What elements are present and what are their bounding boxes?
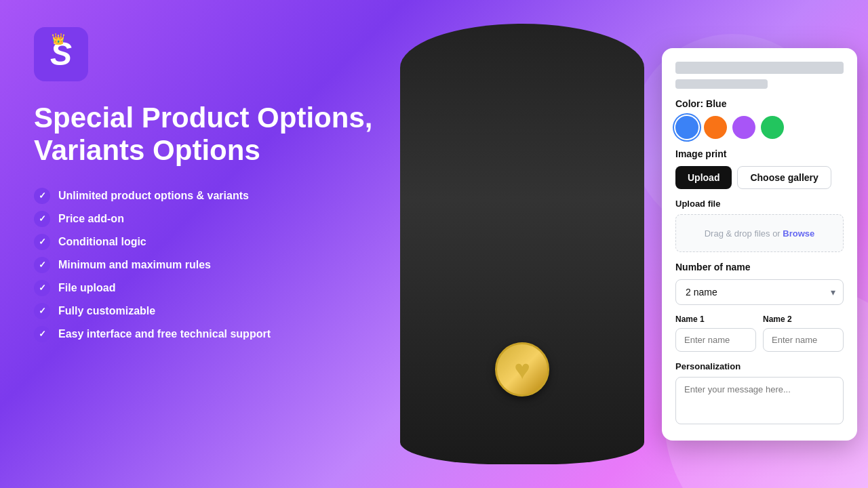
- skeleton-bar-title: [675, 62, 844, 74]
- name2-group: Name 2: [763, 314, 844, 352]
- main-title: Special Product Options, Variants Option…: [34, 102, 373, 167]
- upload-drop-zone[interactable]: Drag & drop files or Browse: [675, 214, 844, 252]
- feature-text-1: Unlimited product options & variants: [58, 190, 249, 202]
- necklace-image: [400, 24, 644, 464]
- check-icon-7: [34, 326, 50, 342]
- logo-crown: 👑: [52, 33, 65, 45]
- drop-zone-text: Drag & drop files or: [705, 228, 783, 239]
- name2-label: Name 2: [763, 314, 844, 324]
- upload-button[interactable]: Upload: [675, 166, 732, 189]
- feature-text-2: Price add-on: [58, 213, 124, 225]
- number-of-name-select[interactable]: 2 name 1 name 3 name: [675, 279, 844, 305]
- swatch-blue[interactable]: [675, 116, 698, 139]
- check-icon-1: [34, 188, 50, 204]
- image-print-label: Image print: [675, 148, 844, 159]
- drop-text: Drag & drop files or Browse: [705, 228, 815, 239]
- number-of-name-label: Number of name: [675, 262, 844, 272]
- color-swatches: [675, 116, 844, 139]
- check-icon-4: [34, 257, 50, 273]
- check-icon-5: [34, 280, 50, 296]
- name1-group: Name 1: [675, 314, 756, 352]
- upload-file-label: Upload file: [675, 199, 844, 209]
- name-fields: Name 1 Name 2: [675, 314, 844, 352]
- personalization-label: Personalization: [675, 361, 844, 371]
- image-print-button-group: Upload Choose gallery: [675, 166, 844, 189]
- necklace-pendant: [495, 342, 549, 396]
- logo: S 👑: [34, 27, 88, 81]
- color-label: Color: Blue: [675, 98, 844, 109]
- swatch-purple[interactable]: [732, 116, 755, 139]
- logo-inner: S 👑: [50, 38, 72, 70]
- name1-label: Name 1: [675, 314, 756, 324]
- choose-gallery-button[interactable]: Choose gallery: [737, 166, 831, 189]
- name1-input[interactable]: [675, 328, 756, 352]
- feature-text-3: Conditional logic: [58, 236, 146, 248]
- check-icon-6: [34, 303, 50, 319]
- check-icon-3: [34, 234, 50, 250]
- right-panel: Color: Blue Image print Upload Choose ga…: [651, 0, 868, 488]
- check-icon-2: [34, 211, 50, 227]
- feature-text-4: Minimum and maximum rules: [58, 259, 211, 271]
- number-select-wrapper: 2 name 1 name 3 name ▾: [675, 279, 844, 305]
- swatch-green[interactable]: [761, 116, 784, 139]
- feature-text-7: Easy interface and free technical suppor…: [58, 328, 271, 340]
- product-image-area: [393, 0, 651, 488]
- personalization-textarea[interactable]: [675, 377, 844, 424]
- left-panel: S 👑 Special Product Options, Variants Op…: [0, 0, 651, 488]
- browse-link[interactable]: Browse: [783, 228, 814, 239]
- skeleton-bar-subtitle: [675, 79, 768, 89]
- options-card: Color: Blue Image print Upload Choose ga…: [662, 48, 857, 441]
- name2-input[interactable]: [763, 328, 844, 352]
- feature-text-5: File upload: [58, 282, 115, 294]
- swatch-orange[interactable]: [704, 116, 727, 139]
- feature-text-6: Fully customizable: [58, 305, 155, 317]
